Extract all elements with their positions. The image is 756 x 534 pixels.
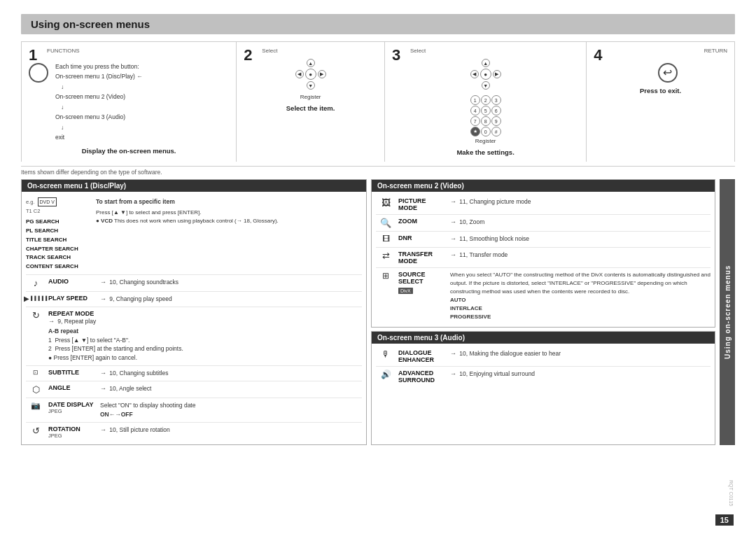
audio-header: On-screen menu 3 (Audio) [372, 332, 715, 344]
section-audio: On-screen menu 3 (Audio) 🎙 DIALOGUEENHAN… [371, 331, 715, 445]
transfer-label: TRANSFERMODE [398, 251, 447, 265]
picture-desc: → 11, Changing picture mode [450, 197, 710, 207]
num-4[interactable]: 4 [470, 106, 480, 115]
num-0[interactable]: 0 [481, 127, 491, 136]
subtitle-desc: → 10, Changing subtitles [100, 369, 362, 379]
source-desc: When you select "AUTO" the constructing … [450, 271, 710, 321]
disc-top: e.g. DVD V T1 C2 PG SEARCH PL SEARCH TIT… [26, 195, 362, 275]
repeat-icon: ↻ [26, 310, 46, 321]
repeat-label: REPEAT MODE [48, 310, 362, 317]
dialogue-icon: 🎙 [376, 349, 396, 359]
nav-up-3[interactable]: ▲ [482, 59, 490, 67]
video-item-dnr: 🎞 DNR → 11, Smoothing block noise [376, 232, 710, 248]
nav-left-3[interactable]: ◀ [470, 70, 479, 78]
title-bar: Using on-screen menus [21, 14, 735, 34]
functions-button-icon [29, 63, 48, 83]
date-icon: 📷 [26, 401, 46, 410]
nav-down-3[interactable]: ▼ [482, 81, 490, 90]
step-1-content: Each time you press the button: On-scree… [29, 62, 229, 143]
nav-enter-3[interactable]: ● [480, 69, 491, 80]
nav-up-2[interactable]: ▲ [307, 59, 315, 67]
sections-row: On-screen menu 1 (Disc/Play) e.g. DVD V … [21, 179, 715, 445]
nav-right-2[interactable]: ▶ [318, 70, 326, 78]
angle-icon: ⬡ [26, 384, 46, 395]
subtitle-label: SUBTITLE [48, 369, 97, 376]
nav-left-2[interactable]: ◀ [295, 70, 304, 78]
menu-item-arrow3: ↓ [55, 122, 143, 132]
zoom-icon: 🔍 [376, 218, 396, 228]
num-1[interactable]: 1 [470, 95, 480, 105]
step-4: 4 RETURN ↩ Press to exit. [587, 42, 734, 162]
num-7[interactable]: 7 [470, 116, 480, 126]
start-specific-desc: Press [▲ ▼] to select and press [ENTER].… [96, 209, 279, 227]
rotation-desc: → 10, Still picture rotation [100, 426, 362, 435]
source-icon: ⊞ [376, 271, 396, 281]
pl-search: PL SEARCH [26, 227, 96, 236]
num-star[interactable]: ★ [470, 127, 480, 136]
subtitle-icon: ⊡ [26, 369, 46, 376]
step-3-icon: ▲ ◀ ● ▶ ▼ 1 2 3 4 5 6 7 8 [392, 59, 579, 144]
num-hash[interactable]: # [491, 127, 501, 136]
dnr-desc: → 11, Smoothing block noise [450, 234, 710, 244]
zoom-label: ZOOM [398, 218, 447, 225]
disc-item-repeat: ↻ REPEAT MODE → 9, Repeat play A-B repea… [26, 307, 362, 366]
num-5[interactable]: 5 [481, 106, 491, 115]
audio-desc: → 10, Changing soundtracks [100, 278, 362, 288]
nav-right-3[interactable]: ▶ [493, 70, 501, 78]
date-sub: JPEG [48, 408, 97, 414]
menu-item-3: On-screen menu 3 (Audio) [55, 112, 143, 122]
step-3-desc: Make the settings. [392, 148, 579, 156]
step-2: 2 Select ▲ ◀ ● ▶ ▼ Register Select the i… [237, 42, 385, 162]
date-label: DATE DISPLAY [48, 401, 97, 408]
playspeed-desc: → 9, Changing play speed [100, 295, 362, 304]
main-wrapper: On-screen menu 1 (Disc/Play) e.g. DVD V … [21, 179, 735, 445]
track-search: TRACK SEARCH [26, 253, 96, 262]
num-6[interactable]: 6 [491, 106, 501, 115]
video-body: 🖼 PICTUREMODE → 11, Changing picture mod… [372, 192, 715, 327]
step-2-label: Select [262, 48, 277, 54]
dnr-icon: 🎞 [376, 234, 396, 243]
disc-top-left: e.g. DVD V T1 C2 PG SEARCH PL SEARCH TIT… [26, 197, 96, 272]
picture-label: PICTUREMODE [398, 197, 447, 211]
register-label-2: Register [300, 94, 321, 100]
disc-item-rotation: ↺ ROTATION JPEG → 10, Still picture rota… [26, 423, 362, 442]
num-8[interactable]: 8 [481, 116, 491, 126]
step-1-desc: Display the on-screen menus. [29, 147, 229, 155]
rqtc-code: RQT C0115 [729, 480, 734, 506]
audio-icon: ♪ [26, 278, 46, 288]
nav-down-2[interactable]: ▼ [307, 81, 315, 90]
rotation-label-wrap: ROTATION JPEG [48, 426, 97, 439]
nav-center-row-2: ◀ ● ▶ [295, 69, 326, 80]
step-1: 1 FUNCTIONS Each time you press the butt… [22, 42, 237, 162]
t1c2-label: T1 C2 [26, 207, 96, 216]
step-3: 3 Select ▲ ◀ ● ▶ ▼ 1 2 3 4 5 [385, 42, 587, 162]
disc-item-angle: ⬡ ANGLE → 10, Angle select [26, 381, 362, 398]
num-3[interactable]: 3 [491, 95, 501, 105]
source-label: SOURCESELECT [398, 271, 447, 285]
step-1-icon-col [29, 62, 48, 143]
step-2-icon: ▲ ◀ ● ▶ ▼ Register [244, 59, 377, 100]
surround-label: ADVANCEDSURROUND [398, 370, 447, 384]
angle-label: ANGLE [48, 384, 97, 391]
nav-arrows-2: ▲ ◀ ● ▶ ▼ [295, 59, 326, 90]
step-1-label: FUNCTIONS [47, 48, 80, 54]
disc-item-subtitle: ⊡ SUBTITLE → 10, Changing subtitles [26, 366, 362, 382]
pg-search: PG SEARCH [26, 218, 96, 227]
register-label-3: Register [475, 138, 496, 144]
menu-item-2: On-screen menu 2 (Video) [55, 92, 143, 101]
disc-top-right: To start from a specific item Press [▲ ▼… [96, 197, 279, 272]
content-area: On-screen menu 1 (Disc/Play) e.g. DVD V … [21, 179, 715, 445]
playspeed-icon: ▶▐▐▐▐▐ [26, 295, 46, 302]
transfer-desc: → 11, Transfer mode [450, 251, 710, 260]
section-video: On-screen menu 2 (Video) 🖼 PICTUREMODE →… [371, 179, 715, 328]
menu-item-arrow1: ↓ [55, 82, 143, 92]
source-label-wrap: SOURCESELECT DivX [398, 271, 447, 294]
step-3-label: Select [410, 48, 426, 54]
num-9[interactable]: 9 [491, 116, 501, 126]
divx-badge: DivX [398, 288, 413, 294]
audio-item-surround: 🔊 ADVANCEDSURROUND → 10, Enjoying virtua… [376, 367, 710, 386]
num-2[interactable]: 2 [481, 95, 491, 105]
nav-enter-2[interactable]: ● [305, 69, 316, 80]
page: Using on-screen menus 1 FUNCTIONS Each t… [0, 0, 756, 534]
steps-row: 1 FUNCTIONS Each time you press the butt… [21, 41, 735, 162]
